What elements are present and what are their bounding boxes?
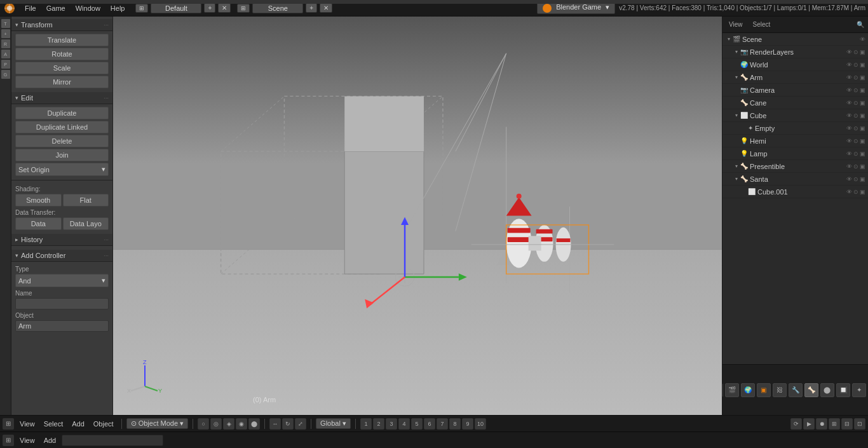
outliner-item-santa[interactable]: ▾ 🦴 Santa 👁 ⊙ ▣ [722, 173, 868, 186]
layer-2[interactable]: 2 [373, 418, 384, 430]
outliner-item-cane[interactable]: 🦴 Cane 👁 ⊙ ▣ [722, 97, 868, 109]
search-bar[interactable] [62, 435, 163, 446]
file-menu[interactable]: File [20, 3, 41, 13]
sync-icon[interactable]: ⟳ [790, 418, 802, 430]
world-prop-icon[interactable]: 🌍 [741, 383, 755, 397]
outliner-item-scene[interactable]: ▾ 🎬 Scene 👁 [722, 33, 868, 46]
transform-rotate-icon[interactable]: ↻ [282, 418, 294, 430]
render-prop-icon[interactable]: 📷 [722, 383, 723, 397]
delete-btn[interactable]: Delete [15, 135, 109, 147]
outliner-item-hemi[interactable]: 💡 Hemi 👁 ⊙ ▣ [722, 135, 868, 147]
bottom2-type-icon[interactable]: ⊞ [3, 435, 14, 446]
transform-scale-icon[interactable]: ⤢ [295, 418, 306, 430]
workspace-add-btn[interactable]: + [204, 3, 215, 13]
scene-prop-icon[interactable]: 🎬 [725, 383, 739, 397]
view-menu2[interactable]: View [17, 435, 38, 445]
game-menu[interactable]: Game [42, 3, 70, 13]
add-menu2[interactable]: Add [41, 435, 60, 445]
viewport-extra3[interactable]: ⊡ [854, 418, 865, 430]
data-btn[interactable]: Data [15, 217, 62, 230]
data-layo-btn[interactable]: Data Layo [63, 217, 109, 230]
viewport-shading-solid[interactable]: ○ [198, 418, 209, 430]
viewport-shading-texture[interactable]: ◈ [223, 418, 234, 430]
sidebar-animation-icon[interactable]: A [1, 50, 10, 58]
duplicate-btn[interactable]: Duplicate [15, 107, 109, 119]
help-menu[interactable]: Help [106, 3, 130, 13]
scene-close-btn[interactable]: ✕ [320, 3, 332, 13]
sidebar-create-icon[interactable]: + [1, 29, 10, 38]
outliner-item-cube001[interactable]: ⬜ Cube.001 👁 ⊙ ▣ [722, 186, 868, 198]
viewport-extra1[interactable]: ⊞ [829, 418, 840, 430]
join-btn[interactable]: Join [15, 149, 109, 161]
transform-header[interactable]: ▾ Transform ··· [11, 19, 112, 31]
type-select[interactable]: And ▾ [15, 274, 109, 287]
translate-btn[interactable]: Translate [15, 34, 109, 46]
set-origin-select[interactable]: Set Origin ▾ [15, 163, 109, 176]
outliner-item-empty[interactable]: ✦ Empty 👁 ⊙ ▣ [722, 122, 868, 135]
add-menu[interactable]: Add [69, 419, 88, 429]
select-btn[interactable]: Select [750, 20, 773, 29]
record-icon[interactable]: ⏺ [816, 418, 827, 430]
scene-icon-btn[interactable]: ⊞ [237, 4, 250, 13]
layer-6[interactable]: 6 [424, 418, 435, 430]
layer-4[interactable]: 4 [398, 418, 410, 430]
window-menu[interactable]: Window [71, 3, 105, 13]
layer-8[interactable]: 8 [449, 418, 461, 430]
duplicate-linked-btn[interactable]: Duplicate Linked [15, 121, 109, 133]
layer-1[interactable]: 1 [360, 418, 372, 430]
viewport[interactable]: User Persp [113, 17, 722, 415]
object-menu[interactable]: Object [90, 419, 117, 429]
layer-5[interactable]: 5 [411, 418, 423, 430]
outliner-item-renderlayers[interactable]: ▾ 📷 RenderLayers 👁 ⊙ ▣ [722, 46, 868, 58]
object-input[interactable] [15, 320, 109, 332]
history-header[interactable]: ▸ History ··· [11, 234, 112, 246]
layer-10[interactable]: 10 [475, 418, 486, 430]
outliner-item-lamp[interactable]: 💡 Lamp 👁 ⊙ ▣ [722, 147, 868, 160]
mode-selector[interactable]: ⊙ Object Mode ▾ [126, 418, 189, 429]
layer-9[interactable]: 9 [462, 418, 473, 430]
modifier-prop-icon[interactable]: 🔧 [789, 383, 803, 397]
animate-icon[interactable]: ▶ [803, 418, 815, 430]
rotate-btn[interactable]: Rotate [15, 48, 109, 60]
flat-btn[interactable]: Flat [63, 194, 109, 207]
scene-add-btn[interactable]: + [306, 3, 317, 13]
view-menu[interactable]: View [17, 419, 38, 429]
add-controller-header[interactable]: ▾ Add Controller ··· [11, 250, 112, 262]
layer-7[interactable]: 7 [437, 418, 448, 430]
workspace-selector[interactable]: Default [151, 3, 201, 13]
sidebar-grease-icon[interactable]: G [1, 70, 10, 79]
engine-selector[interactable]: Blender Game ▾ [537, 2, 615, 13]
viewport-shading-render[interactable]: ⬤ [248, 418, 260, 430]
search-icon[interactable]: 🔍 [857, 21, 864, 28]
texture-prop-icon[interactable]: 🔲 [836, 383, 850, 397]
edit-header[interactable]: ▾ Edit ··· [11, 92, 112, 104]
layer-3[interactable]: 3 [386, 418, 397, 430]
scale-btn[interactable]: Scale [15, 62, 109, 74]
viewport-shading-wire[interactable]: ◎ [210, 418, 222, 430]
workspace-close-btn[interactable]: ✕ [218, 3, 231, 13]
global-selector[interactable]: Global ▾ [316, 418, 351, 429]
select-menu[interactable]: Select [41, 419, 67, 429]
sidebar-relations-icon[interactable]: R [1, 39, 10, 48]
scene-selector[interactable]: Scene [252, 3, 303, 13]
smooth-btn[interactable]: Smooth [15, 194, 62, 207]
viewport-type-icon[interactable]: ⊞ [3, 418, 14, 430]
sidebar-transform-icon[interactable]: T [1, 19, 10, 28]
outliner-item-world[interactable]: 🌍 World 👁 ⊙ ▣ [722, 58, 868, 71]
outliner-item-camera[interactable]: 📷 Camera 👁 ⊙ ▣ [722, 84, 868, 97]
material-prop-icon[interactable]: ⬤ [820, 383, 834, 397]
view-btn[interactable]: View [726, 20, 745, 29]
sidebar-physics-icon[interactable]: P [1, 60, 10, 69]
mirror-btn[interactable]: Mirror [15, 76, 109, 88]
name-input[interactable] [15, 298, 109, 309]
outliner-item-arm[interactable]: ▾ 🦴 Arm 👁 ⊙ ▣ [722, 71, 868, 84]
particle-prop-icon[interactable]: ✦ [852, 383, 866, 397]
viewport-shading-material[interactable]: ◉ [236, 418, 247, 430]
workspace-icon-btn[interactable]: ⊞ [135, 4, 148, 13]
outliner-item-cube[interactable]: ▾ ⬜ Cube 👁 ⊙ ▣ [722, 109, 868, 122]
data-prop-icon[interactable]: 🦴 [804, 383, 818, 397]
outliner-item-presentible[interactable]: ▾ 🦴 Presentible 👁 ⊙ ▣ [722, 160, 868, 173]
viewport-extra2[interactable]: ⊟ [841, 418, 853, 430]
constraint-prop-icon[interactable]: ⛓ [773, 383, 787, 397]
transform-move-icon[interactable]: ↔ [269, 418, 281, 430]
